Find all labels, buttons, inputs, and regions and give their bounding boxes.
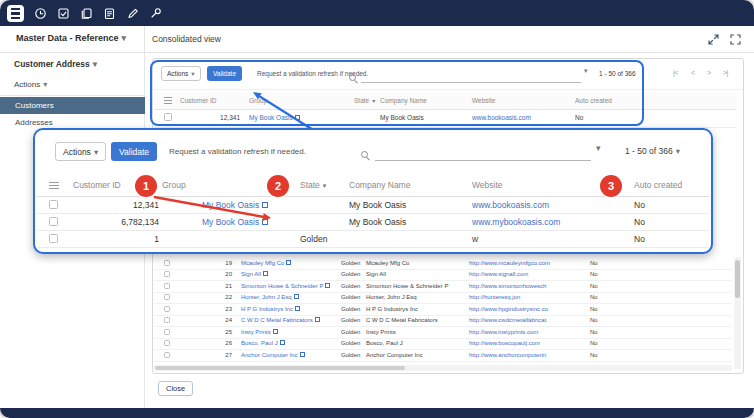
page-title[interactable]: Master Data - Reference [16,33,126,43]
external-link-icon[interactable] [262,219,268,225]
cell-website-link[interactable]: http://www.hpgindustrysinc.co [469,306,548,312]
external-link-icon[interactable] [286,260,291,265]
sidebar-item-customers[interactable]: Customers [0,97,145,114]
tab-consolidated-view[interactable]: Consolidated view [152,34,221,44]
search-input[interactable] [361,66,581,83]
cell-group-link[interactable]: Sign All [241,271,268,277]
column-header-group[interactable]: Group [162,180,186,190]
cell-website-link[interactable]: http://www.anchorcomputerin [469,352,546,358]
notes-icon[interactable] [103,7,116,20]
cell-group-link[interactable]: My Book Oasis [202,217,268,227]
external-link-icon[interactable] [295,306,300,311]
cell-website-link[interactable]: http://www.boscopaulj.com [469,340,540,346]
close-button[interactable]: Close [158,381,193,396]
cell-group-link[interactable]: Hunter, John J Esq [241,294,299,300]
row-checkbox[interactable] [164,113,172,121]
validate-button[interactable]: Validate [207,66,242,81]
external-link-icon[interactable] [325,283,330,288]
external-link-icon[interactable] [315,317,320,322]
actions-button[interactable]: Actions [55,142,106,161]
cell-website-link[interactable]: http://hunteresq.jon [469,294,520,300]
fullscreen-icon[interactable] [729,33,742,46]
actions-button[interactable]: Actions [161,66,201,81]
column-header-website[interactable]: Website [472,97,495,104]
table-row[interactable]: 1 Golden w No [37,230,709,248]
external-link-icon[interactable] [294,294,299,299]
external-link-icon[interactable] [273,329,278,334]
tasks-icon[interactable] [57,7,70,20]
row-checkbox[interactable] [164,260,170,266]
validate-button[interactable]: Validate [111,142,157,161]
pager-last-button[interactable]: >| [723,69,728,76]
external-link-icon[interactable] [300,352,305,357]
row-checkbox[interactable] [49,200,58,209]
cell-group-link[interactable]: Insty Prints [241,329,278,335]
external-link-icon[interactable] [280,340,285,345]
cell-website-link[interactable]: http://www.mcauleymfgco.com [469,260,550,266]
column-header-customer-id[interactable]: Customer ID [180,97,216,104]
row-checkbox[interactable] [49,234,58,243]
cell-group-link[interactable]: Mcauley Mfg Co [241,260,291,266]
sidebar-actions-button[interactable]: Actions [14,80,47,89]
row-checkbox[interactable] [164,317,170,323]
column-header-website[interactable]: Website [472,180,503,190]
search-dropdown-icon[interactable] [584,67,588,75]
cell-website-link[interactable]: http://www.cwdcmetalfabricat [469,317,546,323]
column-header-company-name[interactable]: Company Name [380,97,427,104]
cell-website-link[interactable]: www.bookoasis.com [472,200,549,210]
cell-website-link[interactable]: http://www.signall.com [469,271,528,277]
cell-group-link[interactable]: Anchor Computer Inc [241,352,305,358]
pencil-icon[interactable] [126,7,139,20]
column-header-company-name[interactable]: Company Name [349,180,410,190]
column-header-state[interactable]: State [300,180,326,190]
row-checkbox[interactable] [164,340,170,346]
column-header-auto-created[interactable]: Auto created [575,97,612,104]
table-row[interactable]: 6,782,134 My Book Oasis My Book Oasis ww… [37,213,709,231]
pager-prev-button[interactable]: < [691,69,695,76]
column-header-auto-created[interactable]: Auto created [634,180,682,190]
column-header-customer-id[interactable]: Customer ID [73,180,121,190]
column-header-state[interactable]: State [354,97,375,104]
search-dropdown-icon[interactable] [596,143,601,153]
wrench-icon[interactable] [149,7,162,20]
row-checkbox[interactable] [49,217,58,226]
external-link-icon[interactable] [263,271,268,276]
row-checkbox[interactable] [164,294,170,300]
column-settings-icon[interactable] [164,97,172,104]
pagination-range[interactable]: 1 - 50 of 366 [625,146,680,156]
cell-group-link[interactable]: Bosco, Paul J [241,340,285,346]
cell-website-link[interactable]: www.mybookoasis.com [472,217,560,227]
record-type-selector[interactable]: Customer Address [14,59,97,69]
cell-website-link[interactable]: http://www.instyprints.com [469,329,538,335]
external-link-icon[interactable] [262,202,268,208]
row-checkbox[interactable] [164,283,170,289]
clock-icon[interactable] [34,7,47,20]
cell-group-link[interactable]: C W D C Metal Fabricators [241,317,320,323]
cell-group-link[interactable]: My Book Oasis [202,200,268,210]
column-settings-icon[interactable] [49,182,59,189]
cell-group-link[interactable]: H P G Industrys Inc [241,306,300,312]
menu-icon[interactable] [7,5,24,22]
column-header-group[interactable]: Group [249,97,267,104]
cell-group-link[interactable]: Simonton Howe & Schneider P [241,283,330,289]
vertical-scrollbar-thumb[interactable] [735,260,740,298]
row-checkbox[interactable] [164,352,170,358]
pager-first-button[interactable]: |< [673,69,678,76]
copy-icon[interactable] [80,7,93,20]
external-link-icon[interactable] [295,115,300,120]
search-input[interactable] [375,141,591,161]
cell-website-link[interactable]: http://www.simontonhowesch [469,283,546,289]
row-checkbox[interactable] [164,271,170,277]
horizontal-scrollbar-thumb[interactable] [155,366,405,370]
pager-next-button[interactable]: > [707,69,711,76]
annotation-badge-1: 1 [135,175,157,197]
expand-icon[interactable] [707,33,720,46]
table-row[interactable]: 12,341 My Book Oasis My Book Oasis www.b… [37,196,709,214]
cell-group-link[interactable]: My Book Oasis [249,114,300,121]
row-checkbox[interactable] [164,306,170,312]
table-row[interactable]: 12,341 My Book Oasis My Book Oasis www.b… [154,109,736,128]
record-type-label: Customer Address [14,59,90,69]
table-row[interactable]: 27 Anchor Computer Inc Golden Anchor Com… [154,349,732,362]
cell-website-link[interactable]: www.bookoasis.com [472,114,531,121]
row-checkbox[interactable] [164,329,170,335]
